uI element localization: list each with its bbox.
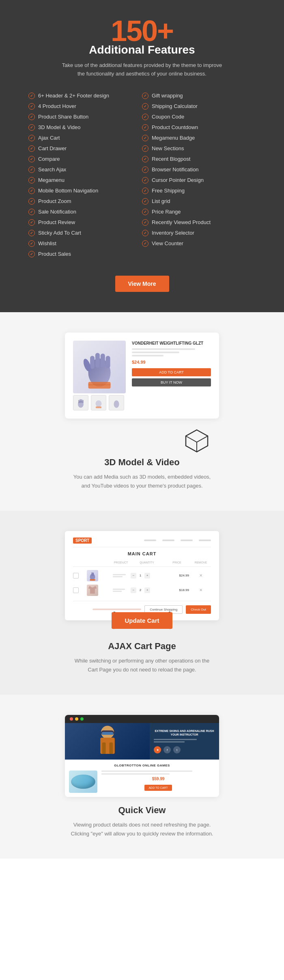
cart-checkbox [73,573,79,579]
feature-label: Coupon Code [152,114,184,120]
cart-table-header: PRODUCT QUANTITY PRICE REMOVE [73,561,211,567]
model-thumb-3[interactable] [109,395,124,410]
goggles-visual [71,775,95,789]
quickview-description: Viewing product details does not need re… [69,820,215,838]
feature-check-icon [28,156,35,162]
model-buy-now-button[interactable]: BUY IT NOW [132,378,211,386]
features-number: 150+ [24,16,260,45]
qv-window-header [65,715,219,723]
svg-rect-19 [93,572,94,576]
cart-nav-item [144,540,156,541]
model-info-line [132,352,179,353]
feature-check-icon [28,209,35,215]
feature-label: New Sections [152,145,184,151]
feature-label: Sale Notification [38,209,76,215]
model-info-line [132,355,164,356]
feature-item: Sale Notification [28,207,142,217]
feature-item: Shipping Calculator [142,101,256,112]
features-subtitle: Take use of the additional features prov… [61,61,223,78]
cart-remove-button[interactable]: ✕ [191,573,211,578]
feature-check-icon [142,156,148,162]
svg-point-13 [96,400,102,407]
svg-rect-27 [102,743,105,754]
col-price: PRICE [165,561,189,564]
feature-item: List grid [142,196,256,207]
qv-product-image [69,771,97,793]
feature-item-empty [142,249,256,259]
feature-item: Recent Blogpost [142,154,256,164]
qty-decrease-button[interactable]: − [131,587,136,593]
social-icon: t [173,746,181,753]
qty-decrease-button[interactable]: − [131,573,136,579]
feature-label: 3D Model & Video [38,124,81,130]
feature-item: Product Countdown [142,122,256,133]
qv-product-area: GLOBTROTTON ONLINE GAMES $59.99 ADD TO C… [65,760,219,797]
feature-check-icon [142,114,148,120]
qv-add-to-cart-button[interactable]: ADD TO CART [144,785,172,791]
qv-product-price: $59.99 [101,777,215,781]
feature-label: Recently Viewed Product [152,219,211,225]
qty-increase-button[interactable]: + [144,587,150,593]
cart-nav-item [181,540,193,541]
feature-label: Product Share Button [38,114,88,120]
cart-quantity[interactable]: − 1 + [131,573,163,579]
model-mockup: VONDERHEIT WEIGHTLIFTING GLZT $24.99 ADD… [65,332,219,419]
feature-check-icon [142,188,148,194]
feature-item: Megamenu [28,175,142,186]
feature-check-icon [28,240,35,247]
cart-mockup-header: SPORT [73,537,211,547]
feature-label: Product Zoom [38,198,71,204]
qv-hero-text: EXTREME SKIING AND ADRENALINE RUSH YOUR … [150,723,219,760]
cart-quantity[interactable]: − 2 + [131,587,163,593]
col-img [87,561,111,564]
feature-check-icon [28,145,35,152]
svg-rect-18 [92,572,93,576]
feature-item: Coupon Code [142,112,256,122]
feature-check-icon [28,177,35,183]
feature-label: 6+ Header & 2+ Footer design [38,93,109,99]
model-add-to-cart-button[interactable]: ADD TO CART [132,368,211,376]
update-cart-button[interactable]: Update Cart [112,612,172,629]
svg-rect-28 [109,743,113,754]
model3d-description: You can add Media such as 3D models, emb… [69,473,215,490]
model3d-title: 3D Model & Video [16,457,268,468]
svg-rect-3 [101,354,105,368]
feature-item: Product Zoom [28,196,142,207]
qty-value: 1 [138,574,143,577]
feature-label: Product Review [38,219,75,225]
qty-increase-button[interactable]: + [144,573,150,579]
features-title: Additional Features [24,43,260,56]
model-info-line [132,348,195,350]
model-thumbnails [73,395,126,410]
feature-check-icon [142,103,148,110]
feature-label: Gift wrapping [152,93,183,99]
col-quantity: QUANTITY [131,561,163,564]
feature-label: Sticky Add To Cart [38,230,81,236]
qv-hero-image [65,723,150,760]
model-thumb-2[interactable] [91,395,106,410]
feature-label: Recent Blogpost [152,156,190,162]
model-thumb-1[interactable] [73,395,88,410]
feature-check-icon [142,93,148,99]
cart-checkbox [73,587,79,593]
feature-check-icon [28,135,35,141]
view-more-button[interactable]: View More [115,276,169,292]
cart-nav-item [199,540,211,541]
qv-product-details: $59.99 ADD TO CART [101,771,215,791]
features-grid: 6+ Header & 2+ Footer design Gift wrappi… [28,91,256,259]
feature-check-icon [142,145,148,152]
feature-item: Product Sales [28,249,142,259]
qv-hero-title-text: EXTREME SKIING AND ADRENALINE RUSH YOUR … [154,729,215,736]
feature-item: Cursor Pointer Design [142,175,256,186]
feature-item: 6+ Header & 2+ Footer design [28,91,142,101]
feature-check-icon [142,166,148,173]
feature-label: Inventory Selector [152,230,194,236]
model-product-title: VONDERHEIT WEIGHTLIFTING GLZT [132,341,211,346]
feature-check-icon [142,240,148,247]
cart-product-name [113,589,129,592]
qv-hero-line [154,741,185,743]
cart-remove-button[interactable]: ✕ [191,588,211,592]
feature-item: Search Ajax [28,164,142,175]
feature-label: Product Countdown [152,124,198,130]
window-maximize-dot [80,717,84,721]
